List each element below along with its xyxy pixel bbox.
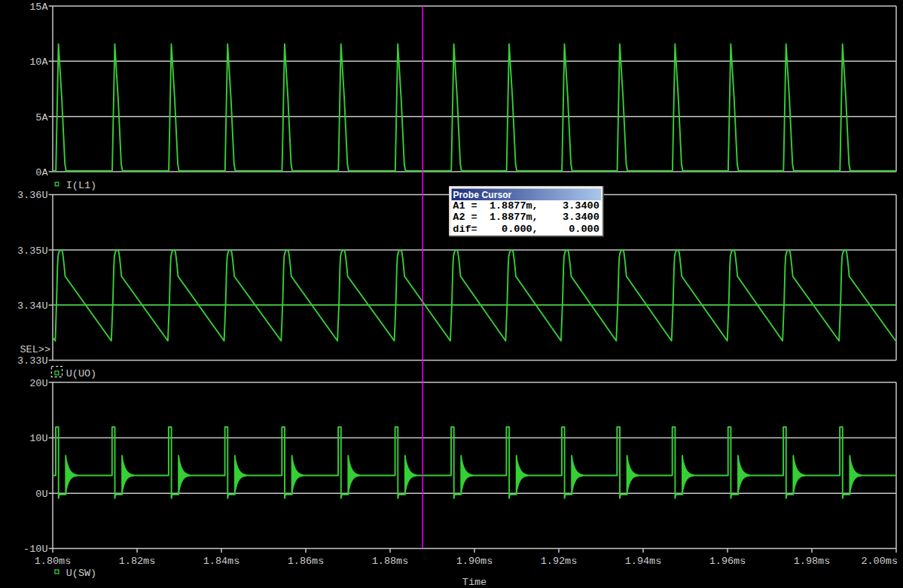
svg-text:1.82ms: 1.82ms xyxy=(119,556,156,567)
svg-text:1.94ms: 1.94ms xyxy=(625,556,662,567)
svg-text:-10U: -10U xyxy=(23,544,47,555)
svg-text:10U: 10U xyxy=(29,433,47,444)
svg-text:15A: 15A xyxy=(29,2,48,13)
svg-text:U(UO): U(UO) xyxy=(66,368,97,379)
svg-text:3.35U: 3.35U xyxy=(17,245,48,257)
svg-text:Probe Cursor: Probe Cursor xyxy=(453,190,512,200)
svg-text:I(L1): I(L1) xyxy=(66,180,97,191)
svg-text:3.34U: 3.34U xyxy=(17,300,48,312)
svg-text:3.33U: 3.33U xyxy=(17,355,48,367)
svg-text:1.84ms: 1.84ms xyxy=(203,556,240,567)
svg-text:1.92ms: 1.92ms xyxy=(541,556,578,567)
svg-text:1.98ms: 1.98ms xyxy=(794,556,831,567)
svg-text:SEL>>: SEL>> xyxy=(20,344,51,355)
svg-text:1.80ms: 1.80ms xyxy=(35,556,72,567)
svg-text:1.86ms: 1.86ms xyxy=(288,556,325,567)
svg-text:5A: 5A xyxy=(35,112,48,123)
svg-text:0U: 0U xyxy=(35,489,47,500)
svg-text:Time: Time xyxy=(462,577,487,588)
svg-text:dif= 0.000, 0.000: dif= 0.000, 0.000 xyxy=(453,224,599,235)
svg-text:3.36U: 3.36U xyxy=(17,190,48,201)
svg-text:1.88ms: 1.88ms xyxy=(372,556,409,567)
svg-text:20U: 20U xyxy=(29,378,47,389)
svg-text:A2 = 1.8877m, 3.3400: A2 = 1.8877m, 3.3400 xyxy=(453,212,599,223)
svg-text:2.00ms: 2.00ms xyxy=(861,556,898,567)
svg-text:10A: 10A xyxy=(29,56,48,68)
svg-text:0A: 0A xyxy=(35,167,48,178)
svg-text:1.96ms: 1.96ms xyxy=(709,556,746,567)
svg-text:1.90ms: 1.90ms xyxy=(456,556,493,567)
svg-text:U(SW): U(SW) xyxy=(66,568,97,579)
svg-text:A1 = 1.8877m, 3.3400: A1 = 1.8877m, 3.3400 xyxy=(453,200,599,212)
